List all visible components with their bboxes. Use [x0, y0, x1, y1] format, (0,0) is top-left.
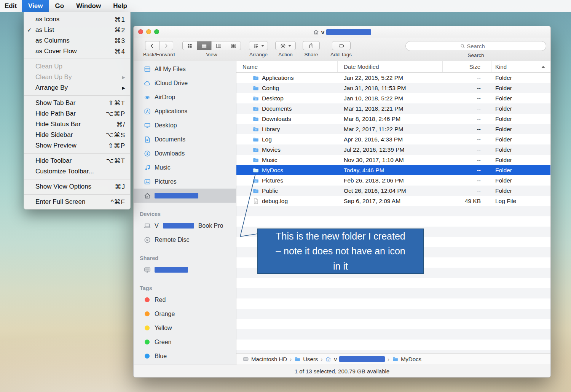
sidebar-item-downloads[interactable]: Downloads	[134, 146, 236, 160]
menu-item-enter-full-screen[interactable]: Enter Full Screen ^⌘F	[24, 197, 130, 207]
file-row-log[interactable]: Log Apr 20, 2016, 4:33 PM -- Folder	[236, 134, 550, 144]
file-row-music[interactable]: Music Nov 30, 2017, 1:10 AM -- Folder	[236, 155, 550, 165]
file-row-mydocs[interactable]: MyDocs Today, 4:46 PM -- Folder	[236, 165, 550, 175]
view-list-button[interactable]	[197, 41, 212, 50]
breadcrumb-macintosh-hd[interactable]: Macintosh HD	[242, 356, 287, 362]
minimize-button[interactable]	[146, 29, 151, 34]
menubar-item-edit[interactable]: Edit	[0, 0, 22, 12]
menu-item-show-view-options[interactable]: Show View Options ⌘J	[24, 181, 130, 192]
folder-icon	[252, 95, 259, 102]
file-row-downloads[interactable]: Downloads Mar 8, 2018, 2:46 PM -- Folder	[236, 114, 550, 124]
file-row-pictures[interactable]: Pictures Feb 26, 2018, 2:06 PM -- Folder	[236, 175, 550, 186]
view-icons-button[interactable]	[183, 41, 197, 50]
arrange-label: Arrange	[249, 52, 268, 57]
sidebar-item-home[interactable]	[134, 189, 236, 203]
arrange-icon	[253, 43, 259, 49]
share-button[interactable]	[303, 41, 320, 50]
file-row-library[interactable]: Library Mar 2, 2017, 11:22 PM -- Folder	[236, 124, 550, 134]
arrange-button[interactable]	[249, 41, 268, 50]
column-header-name[interactable]: Name	[236, 61, 338, 72]
menu-item-as-columns[interactable]: as Columns ⌘3	[24, 35, 130, 46]
sidebar-item-macbook[interactable]: V Book Pro	[134, 219, 236, 233]
sidebar-tag-yellow[interactable]: Yellow	[134, 321, 236, 335]
breadcrumb-home[interactable]: v	[325, 356, 385, 362]
action-button[interactable]	[275, 41, 296, 50]
menubar-item-go[interactable]: Go	[49, 0, 70, 12]
search-field[interactable]	[405, 41, 546, 51]
sidebar-section-devices: Devices	[134, 207, 236, 219]
sidebar: All My Files iCloud Drive AirDrop Applic…	[134, 61, 236, 365]
sidebar-tag-green[interactable]: Green	[134, 335, 236, 349]
icloud-icon	[144, 79, 151, 87]
menu-item-hide-sidebar[interactable]: Hide Sidebar ⌥⌘S	[24, 130, 130, 140]
menubar-item-view[interactable]: View	[22, 0, 49, 12]
menu-item-arrange-by[interactable]: Arrange By ▶	[24, 83, 130, 93]
redaction-bar	[339, 356, 385, 362]
view-coverflow-button[interactable]	[226, 41, 241, 50]
menu-item-show-preview[interactable]: Show Preview ⇧⌘P	[24, 140, 130, 151]
menubar-item-help[interactable]: Help	[107, 0, 133, 12]
back-forward-label: Back/Forward	[143, 52, 175, 57]
file-row-desktop[interactable]: Desktop Jan 10, 2018, 5:22 PM -- Folder	[236, 93, 550, 103]
folder-icon	[252, 105, 259, 112]
home-icon	[325, 356, 332, 362]
submenu-arrow-icon: ▶	[122, 75, 125, 80]
home-icon	[313, 29, 319, 35]
downloads-icon	[144, 150, 151, 157]
menu-item-hide-status-bar[interactable]: Hide Status Bar ⌘/	[24, 119, 130, 130]
close-button[interactable]	[138, 29, 143, 34]
redaction-bar	[163, 223, 194, 229]
view-columns-button[interactable]	[212, 41, 226, 50]
sidebar-item-documents[interactable]: Documents	[134, 132, 236, 146]
sidebar-item-all-my-files[interactable]: All My Files	[134, 62, 236, 76]
menu-separator	[24, 153, 130, 154]
file-row-debug-log[interactable]: debug.log Sep 6, 2017, 2:09 AM 49 KB Log…	[236, 196, 550, 206]
add-tags-button[interactable]	[332, 41, 351, 50]
sidebar-item-pictures[interactable]: Pictures	[134, 175, 236, 189]
folder-icon	[252, 85, 259, 92]
menu-separator	[24, 194, 130, 195]
sidebar-item-airdrop[interactable]: AirDrop	[134, 90, 236, 104]
column-header-kind[interactable]: Kind	[491, 61, 550, 72]
blue-tag-icon	[145, 354, 150, 359]
grid-view-icon	[187, 43, 193, 49]
sidebar-item-music[interactable]: Music	[134, 160, 236, 175]
menu-item-as-cover-flow[interactable]: as Cover Flow ⌘4	[24, 46, 130, 57]
toolbar: Back/Forward View Arrange Action	[134, 38, 550, 61]
file-row-public[interactable]: Public Oct 26, 2016, 12:04 PM -- Folder	[236, 186, 550, 196]
sidebar-item-applications[interactable]: Applications	[134, 104, 236, 118]
menu-item-as-list[interactable]: ✓ as List ⌘2	[24, 25, 130, 35]
menu-item-customize-toolbar[interactable]: Customize Toolbar...	[24, 166, 130, 177]
chevron-down-icon	[261, 45, 264, 47]
file-row-applications[interactable]: Applications Jan 22, 2015, 5:22 PM -- Fo…	[236, 73, 550, 83]
file-row-documents[interactable]: Documents Mar 11, 2018, 2:21 PM -- Folde…	[236, 103, 550, 114]
zoom-button[interactable]	[154, 29, 159, 34]
menu-item-show-tab-bar[interactable]: Show Tab Bar ⇧⌘T	[24, 98, 130, 108]
sidebar-tag-red[interactable]: Red	[134, 293, 236, 307]
sidebar-item-desktop[interactable]: Desktop	[134, 118, 236, 132]
breadcrumb-users[interactable]: Users	[294, 356, 318, 362]
back-button[interactable]	[145, 41, 159, 50]
column-header-size[interactable]: Size	[443, 61, 491, 72]
file-row-movies[interactable]: Movies Jul 22, 2016, 12:39 PM -- Folder	[236, 144, 550, 155]
column-header-date-modified[interactable]: Date Modified	[338, 61, 443, 72]
sidebar-tag-orange[interactable]: Orange	[134, 307, 236, 321]
search-label: Search	[468, 52, 484, 58]
menu-item-hide-path-bar[interactable]: Hide Path Bar ⌥⌘P	[24, 108, 130, 119]
sidebar-item-icloud-drive[interactable]: iCloud Drive	[134, 76, 236, 90]
sidebar-item-shared-computer[interactable]	[134, 263, 236, 277]
all-my-files-icon	[144, 65, 151, 73]
breadcrumb-mydocs[interactable]: MyDocs	[392, 356, 421, 362]
search-icon	[460, 43, 466, 49]
sidebar-item-remote-disc[interactable]: Remote Disc	[134, 233, 236, 247]
folder-icon	[252, 75, 259, 81]
title-bar[interactable]: v	[134, 26, 550, 38]
search-input[interactable]	[406, 41, 546, 51]
forward-button[interactable]	[159, 41, 173, 50]
sidebar-tag-blue[interactable]: Blue	[134, 349, 236, 363]
menubar-item-window[interactable]: Window	[70, 0, 107, 12]
file-row-config[interactable]: Config Jan 31, 2018, 11:53 PM -- Folder	[236, 83, 550, 93]
window-title: v	[321, 29, 324, 35]
menu-item-as-icons[interactable]: as Icons ⌘1	[24, 14, 130, 25]
menu-item-hide-toolbar[interactable]: Hide Toolbar ⌥⌘T	[24, 156, 130, 166]
